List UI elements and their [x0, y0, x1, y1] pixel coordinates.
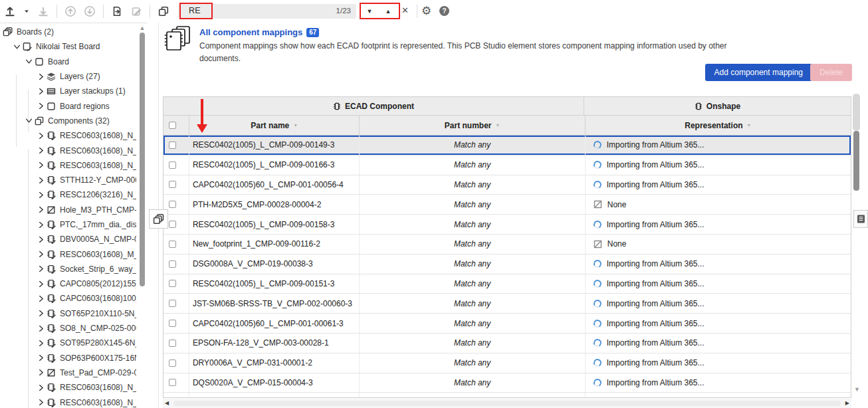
row-checkbox[interactable]	[169, 280, 176, 287]
tree-item[interactable]: CAPC0603(1608)100_...	[0, 291, 136, 306]
scroll-left-arrow[interactable]: ◀	[165, 400, 169, 406]
sidebar-scroll-up-arrow[interactable]: ▲	[138, 25, 146, 31]
table-row[interactable]: CAPC0402(1005)60_L_CMP-001-00056-4Match …	[163, 175, 851, 195]
tree-item[interactable]: SO8_N_CMP-025-000...	[0, 321, 136, 336]
chevron-right-icon[interactable]	[36, 72, 46, 81]
table-row[interactable]: RESC0402(1005)_L_CMP-009-00151-3Match an…	[163, 274, 851, 294]
tree-item[interactable]: Board	[0, 54, 136, 69]
tree-item[interactable]: RESC0603(1608)_N_C...	[0, 158, 136, 173]
tree-item[interactable]: Layers (27)	[0, 69, 136, 84]
chevron-down-icon[interactable]	[12, 43, 22, 51]
row-checkbox[interactable]	[169, 221, 176, 228]
tree-item[interactable]: Socket_Strip_6_way_(...	[0, 262, 136, 276]
chevron-right-icon[interactable]	[36, 339, 46, 348]
chevron-right-icon[interactable]	[36, 324, 46, 333]
row-checkbox[interactable]	[169, 379, 176, 386]
tree-item[interactable]: RESC0603(1608)_M_C...	[0, 247, 136, 261]
chevron-right-icon[interactable]	[36, 309, 46, 318]
tree-item[interactable]: PTC,_17mm_dia._disc,...	[0, 217, 136, 232]
table-row[interactable]: DRY0006A_V_CMP-031-00001-2Match anyImpor…	[163, 354, 851, 373]
horizontal-scrollbar[interactable]: ◀ ▶	[163, 399, 851, 408]
horizontal-scrollbar-thumb[interactable]	[173, 401, 841, 406]
sort-caret-icon[interactable]: ▼	[495, 123, 500, 128]
table-row[interactable]: New_footprint_1_CMP-009-00116-2Match any…	[163, 235, 851, 255]
row-checkbox[interactable]	[169, 241, 176, 248]
chevron-right-icon[interactable]	[36, 221, 46, 229]
close-icon[interactable]: ✕	[401, 5, 409, 15]
add-component-mapping-button[interactable]: Add component mapping	[705, 64, 812, 81]
chevron-down-icon[interactable]	[24, 116, 34, 125]
table-row[interactable]: RESC0402(1005)_L_CMP-009-00158-3Match an…	[163, 215, 851, 235]
boards-panel-handle[interactable]	[149, 209, 168, 229]
table-row[interactable]: PTH-M2D5X5_CMP-00028-00004-2Match anyNon…	[163, 195, 851, 215]
chevron-right-icon[interactable]	[36, 102, 46, 110]
chevron-right-icon[interactable]	[36, 280, 46, 288]
sort-caret-icon[interactable]: ▼	[293, 123, 298, 128]
chevron-right-icon[interactable]	[36, 146, 46, 155]
chevron-right-icon[interactable]	[36, 294, 46, 303]
tree-item[interactable]: Nikolai Test Board	[0, 39, 136, 54]
table-scrollbar-thumb[interactable]	[853, 131, 859, 191]
row-checkbox[interactable]	[169, 142, 176, 149]
sort-caret-icon[interactable]: ▼	[747, 123, 752, 128]
caret-down-icon[interactable]	[23, 8, 30, 15]
tree-item[interactable]: SOT65P210X110-5N_...	[0, 306, 136, 321]
table-row-selected[interactable]: RESC0402(1005)_L_CMP-009-00149-3Match an…	[163, 136, 851, 155]
chevron-right-icon[interactable]	[36, 161, 46, 169]
table-row[interactable]: DQS0020A_V_CMP-015-00004-3Match anyImpor…	[163, 373, 851, 393]
chevron-right-icon[interactable]	[36, 235, 46, 244]
table-row[interactable]: EPSON-FA-128_V_CMP-003-00028-1Match anyI…	[163, 334, 851, 354]
tree-item[interactable]: Layer stackups (1)	[0, 84, 136, 98]
row-checkbox[interactable]	[169, 260, 176, 268]
chevron-right-icon[interactable]	[36, 264, 46, 273]
page-title[interactable]: All component mappings 67	[199, 27, 319, 37]
tree-item[interactable]: CAPC0805(2012)155_...	[0, 276, 136, 291]
tree-item[interactable]: STTH112-Y_CMP-000...	[0, 173, 136, 187]
chevron-right-icon[interactable]	[36, 191, 46, 199]
row-checkbox[interactable]	[169, 181, 176, 188]
chevron-right-icon[interactable]	[36, 250, 46, 258]
tree-item[interactable]: Hole_M3_PTH_CMP-0...	[0, 203, 136, 217]
chevron-right-icon[interactable]	[36, 176, 46, 185]
components-stack-icon[interactable]	[158, 5, 169, 17]
table-row[interactable]: RESC0402(1005)_L_CMP-009-00166-3Match an…	[163, 155, 851, 175]
table-row[interactable]	[163, 393, 851, 397]
row-checkbox[interactable]	[169, 359, 176, 367]
tree-item[interactable]: RESC0603(1608)_N_C...	[0, 143, 136, 157]
chevron-right-icon[interactable]	[36, 205, 46, 214]
tree-item[interactable]: SOP63P600X175-16N...	[0, 351, 136, 365]
chevron-right-icon[interactable]	[36, 132, 46, 140]
tree-item[interactable]: SOT95P280X145-6N_...	[0, 336, 136, 350]
chevron-right-icon[interactable]	[36, 368, 46, 377]
tree-item[interactable]: Components (32)	[0, 114, 136, 128]
scroll-right-arrow[interactable]: ▶	[845, 400, 849, 406]
row-checkbox[interactable]	[169, 201, 176, 208]
upload-icon[interactable]	[4, 5, 16, 17]
column-header-part-name[interactable]: Part name ▼	[189, 116, 360, 135]
tree-item[interactable]: Test_Pad_CMP-029-0...	[0, 365, 136, 380]
chevron-right-icon[interactable]	[36, 354, 46, 362]
row-checkbox[interactable]	[169, 320, 176, 327]
chevron-right-icon[interactable]	[36, 383, 46, 392]
tree-item[interactable]: RESC0603(1608)_N_C...	[0, 128, 136, 143]
tables-panel-handle[interactable]	[853, 210, 868, 228]
table-scrollbar-track[interactable]	[853, 94, 860, 131]
chevron-down-icon[interactable]	[24, 57, 34, 66]
sidebar-scrollbar-thumb[interactable]	[140, 33, 145, 286]
tree-item[interactable]: DBV0005A_N_CMP-01...	[0, 232, 136, 247]
tree-item[interactable]: Board regions	[0, 98, 136, 113]
row-checkbox[interactable]	[169, 161, 176, 169]
table-row[interactable]: CAPC0402(1005)60_L_CMP-001-00061-3Match …	[163, 314, 851, 334]
tree-item[interactable]: RESC0603(1608)_N_C...	[0, 380, 136, 395]
row-checkbox[interactable]	[169, 300, 176, 307]
tree-item[interactable]: RESC0603(1608)_N_C...	[0, 395, 136, 408]
tree-item[interactable]: Boards (2)	[0, 25, 136, 39]
table-row[interactable]: JST-SM06B-SRSS-TB_V_CMP-002-00060-3Match…	[163, 294, 851, 314]
tree-item[interactable]: RESC1206(3216)_N_C...	[0, 187, 136, 202]
column-header-representation[interactable]: Representation ▼	[585, 116, 851, 135]
chevron-right-icon[interactable]	[36, 87, 46, 96]
column-header-part-number[interactable]: Part number ▼	[359, 116, 584, 135]
row-checkbox[interactable]	[169, 340, 176, 347]
gear-icon[interactable]: ⚙	[421, 4, 431, 18]
copy-document-icon[interactable]	[111, 5, 123, 17]
